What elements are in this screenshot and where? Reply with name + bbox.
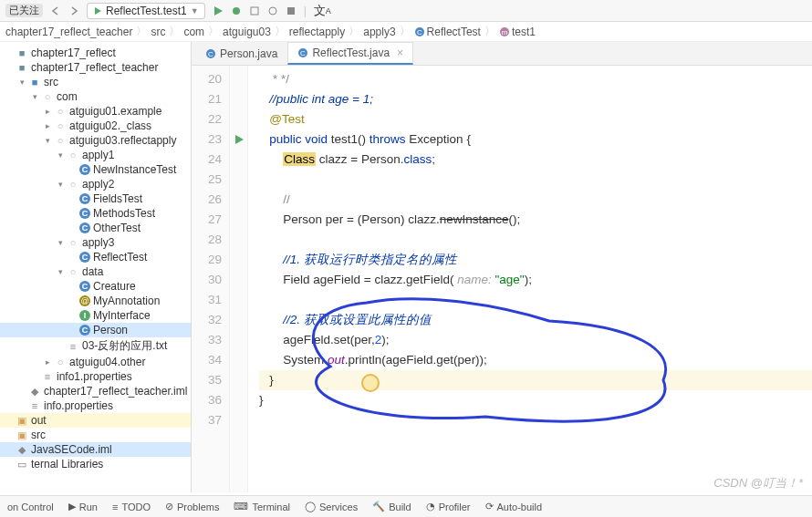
tree-node-creature[interactable]: CCreature xyxy=(0,279,191,294)
tree-node-atguigu01-example[interactable]: ▸○atguigu01.example xyxy=(0,104,191,119)
run-button[interactable] xyxy=(213,5,224,16)
cursor-highlight xyxy=(361,374,380,392)
tool-build[interactable]: 🔨 Build xyxy=(372,501,411,512)
tree-node-info-properties[interactable]: ≡info.properties xyxy=(0,398,191,413)
tree-node-othertest[interactable]: COtherTest xyxy=(0,221,191,235)
tree-node-fieldstest[interactable]: CFieldsTest xyxy=(0,191,191,206)
tree-node-src[interactable]: ▣src xyxy=(0,428,191,442)
tool-terminal[interactable]: ⌨ Terminal xyxy=(234,501,290,512)
code-line-21[interactable]: //public int age = 1; xyxy=(259,89,812,109)
code-line-31[interactable] xyxy=(259,290,812,310)
breadcrumb-item[interactable]: atguigu03 xyxy=(223,26,271,38)
code-line-37[interactable] xyxy=(259,410,812,430)
line-gutter: 202122232425262728293031323334353637 xyxy=(192,66,230,492)
tree-node-myinterface[interactable]: IMyInterface xyxy=(0,308,191,323)
code-line-34[interactable]: System.out.println(ageField.get(per)); xyxy=(259,350,812,370)
back-button[interactable] xyxy=(50,5,61,16)
tab-label: Person.java xyxy=(220,47,277,60)
code-line-27[interactable]: Person per = (Person) clazz.newInstance(… xyxy=(259,210,812,230)
svg-text:C: C xyxy=(208,50,213,58)
svg-text:C: C xyxy=(300,49,306,57)
code-line-26[interactable]: // xyxy=(259,190,812,210)
breadcrumb-item[interactable]: com xyxy=(183,26,204,38)
class-icon: C xyxy=(297,47,308,58)
tool-problems[interactable]: ⊘ Problems xyxy=(165,501,219,512)
tool-todo[interactable]: ≡ TODO xyxy=(112,501,151,512)
tree-node-apply2[interactable]: ▾○apply2 xyxy=(0,177,191,191)
breadcrumb-item[interactable]: test1 xyxy=(512,26,536,38)
code-line-29[interactable]: //1. 获取运行时类指定名的属性 xyxy=(259,250,812,270)
code-line-33[interactable]: ageField.set(per,2); xyxy=(259,330,812,350)
tree-node-03-txt[interactable]: ≡03-反射的应用.txt xyxy=(0,337,191,355)
tool-vcs[interactable]: on Control xyxy=(7,501,54,512)
code-line-23[interactable]: public void test1() throws Exception { xyxy=(259,129,812,150)
main-toolbar: 已关注 ReflectTest.test1 ▼ | 文A xyxy=(0,0,812,22)
code-line-22[interactable]: @Test xyxy=(259,109,812,129)
tree-node-atguigu03-reflectapply[interactable]: ▾○atguigu03.reflectapply xyxy=(0,133,191,148)
stop-button[interactable] xyxy=(286,5,297,16)
tree-node-methodstest[interactable]: CMethodsTest xyxy=(0,206,191,221)
tree-node-javasecode-iml[interactable]: ◆JavaSECode.iml xyxy=(0,442,191,457)
tree-node-data[interactable]: ▾○data xyxy=(0,264,191,279)
tree-node-reflecttest[interactable]: CReflectTest xyxy=(0,250,191,264)
svg-rect-1 xyxy=(251,7,258,15)
tree-node-apply3[interactable]: ▾○apply3 xyxy=(0,235,191,250)
code-line-20[interactable]: * */ xyxy=(259,69,812,89)
tree-node-myannotation[interactable]: @MyAnnotation xyxy=(0,294,191,308)
tree-node-ternal-libraries[interactable]: ▭ternal Libraries xyxy=(0,457,191,471)
tree-node-apply1[interactable]: ▾○apply1 xyxy=(0,148,191,162)
tool-run[interactable]: ▶ Run xyxy=(68,501,98,512)
breadcrumb-item[interactable]: chapter17_reflect_teacher xyxy=(5,26,132,38)
tab-reflecttest[interactable]: C ReflectTest.java × xyxy=(287,42,413,65)
class-icon: C xyxy=(205,48,216,59)
tree-node-person[interactable]: CPerson xyxy=(0,323,191,337)
code-line-35[interactable]: } xyxy=(259,370,812,390)
method-icon: m xyxy=(499,26,510,37)
tree-node-src[interactable]: ▾■src xyxy=(0,75,191,89)
translate-button[interactable]: 文A xyxy=(314,3,331,19)
code-line-30[interactable]: Field ageField = clazz.getField( name: "… xyxy=(259,270,812,290)
tool-profiler[interactable]: ◔ Profiler xyxy=(426,501,471,512)
coverage-button[interactable] xyxy=(249,5,260,16)
tree-node-chapter17_reflect_teacher-iml[interactable]: ◆chapter17_reflect_teacher.iml xyxy=(0,384,191,398)
code-line-24[interactable]: Class clazz = Person.class; xyxy=(259,150,812,170)
svg-text:C: C xyxy=(417,28,422,36)
watermark: CSDN @叮当！* xyxy=(713,475,803,491)
gutter-marks xyxy=(230,66,248,492)
tab-person[interactable]: C Person.java xyxy=(195,43,287,65)
tree-node-chapter17_reflect[interactable]: ■chapter17_reflect xyxy=(0,46,191,60)
close-icon[interactable]: × xyxy=(397,47,403,59)
tree-node-info1-properties[interactable]: ≡info1.properties xyxy=(0,369,191,384)
tree-node-out[interactable]: ▣out xyxy=(0,413,191,428)
breadcrumb-item[interactable]: src xyxy=(151,26,165,38)
svg-text:m: m xyxy=(502,28,508,36)
run-config-label: ReflectTest.test1 xyxy=(106,5,187,17)
run-config-select[interactable]: ReflectTest.test1 ▼ xyxy=(87,3,205,19)
breadcrumb-item[interactable]: ReflectTest xyxy=(427,26,481,38)
chevron-down-icon: ▼ xyxy=(191,6,199,16)
svg-rect-3 xyxy=(287,7,295,15)
debug-button[interactable] xyxy=(231,5,242,16)
tree-node-atguigu02-_class[interactable]: ▸○atguigu02._class xyxy=(0,119,191,133)
tool-autobuild[interactable]: ⟳ Auto-build xyxy=(485,501,543,512)
code-body[interactable]: * */ //public int age = 1; @Test public … xyxy=(248,66,812,492)
code-line-28[interactable] xyxy=(259,230,812,250)
tree-node-atguigu04-other[interactable]: ▸○atguigu04.other xyxy=(0,355,191,369)
tab-label: ReflectTest.java xyxy=(312,47,390,59)
breadcrumb-item[interactable]: apply3 xyxy=(363,26,395,38)
breadcrumb-item[interactable]: reflectapply xyxy=(289,26,345,38)
tree-node-newinstancetest[interactable]: CNewInstanceTest xyxy=(0,162,191,177)
editor-area: C Person.java C ReflectTest.java × 20212… xyxy=(192,42,812,492)
class-icon: C xyxy=(414,26,425,37)
tree-node-com[interactable]: ▾○com xyxy=(0,89,191,104)
code-line-32[interactable]: //2. 获取或设置此属性的值 xyxy=(259,310,812,330)
code-line-36[interactable]: } xyxy=(259,390,812,410)
tool-services[interactable]: ◯ Services xyxy=(305,501,358,512)
profile-button[interactable] xyxy=(267,5,278,16)
project-tree[interactable]: ■chapter17_reflect■chapter17_reflect_tea… xyxy=(0,42,192,492)
code-line-25[interactable] xyxy=(259,170,812,190)
tree-node-chapter17_reflect_teacher[interactable]: ■chapter17_reflect_teacher xyxy=(0,60,191,75)
code-editor[interactable]: 202122232425262728293031323334353637 * *… xyxy=(192,66,812,492)
tool-window-bar: on Control ▶ Run ≡ TODO ⊘ Problems ⌨ Ter… xyxy=(0,495,812,517)
forward-button[interactable] xyxy=(68,5,79,16)
